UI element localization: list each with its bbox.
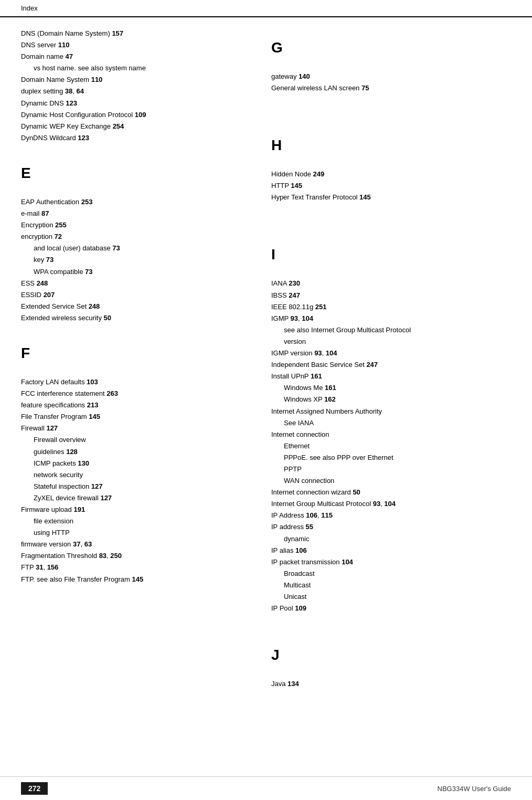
section-j-entries: Java 134 — [271, 678, 511, 690]
list-item: Factory LAN defaults 103 — [21, 376, 250, 388]
list-item: Internet Group Multicast Protocol 93, 10… — [271, 498, 511, 510]
list-item: FTP 31, 156 — [21, 562, 250, 573]
list-item: Unicast — [271, 591, 511, 603]
list-item: Dynamic Host Configuration Protocol 109 — [21, 109, 250, 121]
list-item: feature specifications 213 — [21, 399, 250, 411]
list-item: ZyXEL device firewall 127 — [21, 492, 250, 504]
page-number: 272 — [21, 782, 48, 795]
list-item: Stateful inspection 127 — [21, 481, 250, 492]
list-item: duplex setting 38, 64 — [21, 86, 250, 97]
list-item: See IANA — [271, 417, 511, 429]
list-item: Install UPnP 161 — [271, 371, 511, 382]
list-item: Domain Name System 110 — [21, 74, 250, 86]
page-footer: 272 NBG334W User's Guide — [0, 776, 532, 800]
list-item: General wireless LAN screen 75 — [271, 82, 511, 94]
list-item: network security — [21, 469, 250, 481]
left-column: DNS (Domain Name System) 157 DNS server … — [21, 28, 266, 690]
list-item: Firmware upload 191 — [21, 504, 250, 515]
list-item: IP packet transmission 104 — [271, 556, 511, 568]
content-area: DNS (Domain Name System) 157 DNS server … — [0, 17, 532, 721]
list-item: Dynamic WEP Key Exchange 254 — [21, 121, 250, 132]
list-item: firmware version 37, 63 — [21, 539, 250, 550]
list-item: IP Pool 109 — [271, 603, 511, 614]
list-item: Dynamic DNS 123 — [21, 98, 250, 109]
list-item: Broadcast — [271, 568, 511, 580]
section-e-letter: E — [21, 166, 250, 181]
list-item: IP Address 106, 115 — [271, 510, 511, 521]
list-item: guidelines 128 — [21, 446, 250, 458]
list-item: FCC interference statement 263 — [21, 388, 250, 399]
list-item: PPTP — [271, 464, 511, 475]
guide-name: NBG334W User's Guide — [438, 785, 511, 793]
list-item: WPA compatible 73 — [21, 266, 250, 278]
list-item: FTP. see also File Transfer Program 145 — [21, 574, 250, 585]
list-item: HTTP 145 — [271, 180, 511, 192]
list-item: and local (user) database 73 — [21, 243, 250, 254]
list-item: Internet connection wizard 50 — [271, 487, 511, 498]
list-item: Hidden Node 249 — [271, 169, 511, 180]
list-item: Hyper Text Transfer Protocol 145 — [271, 192, 511, 203]
list-item: File Transfer Program 145 — [21, 411, 250, 423]
list-item: DynDNS Wildcard 123 — [21, 132, 250, 144]
list-item: WAN connection — [271, 475, 511, 487]
list-item: PPPoE. see also PPP over Ethernet — [271, 452, 511, 464]
section-h-entries: Hidden Node 249 HTTP 145 Hyper Text Tran… — [271, 169, 511, 203]
list-item: IGMP version 93, 104 — [271, 348, 511, 359]
list-item: Multicast — [271, 580, 511, 591]
section-h-letter: H — [271, 138, 511, 153]
list-item: Domain name 47 — [21, 51, 250, 62]
section-j-letter: J — [271, 648, 511, 662]
list-item: Internet Assigned Numbers Authority — [271, 406, 511, 417]
list-item: Ethernet — [271, 440, 511, 452]
list-item: using HTTP — [21, 527, 250, 539]
list-item: Extended wireless security 50 — [21, 312, 250, 324]
right-column: G gateway 140 General wireless LAN scree… — [266, 28, 511, 690]
list-item: key 73 — [21, 254, 250, 266]
list-item: Java 134 — [271, 678, 511, 690]
list-item: version — [271, 336, 511, 348]
section-f-entries: Factory LAN defaults 103 FCC interferenc… — [21, 376, 250, 585]
list-item: vs host name. see also system name — [21, 62, 250, 74]
list-item: see also Internet Group Multicast Protoc… — [271, 324, 511, 336]
list-item: Fragmentation Threshold 83, 250 — [21, 550, 250, 562]
list-item: DNS (Domain Name System) 157 — [21, 28, 250, 39]
list-item: ICMP packets 130 — [21, 458, 250, 469]
list-item: Encryption 255 — [21, 219, 250, 231]
list-item: file extension — [21, 515, 250, 527]
section-f-letter: F — [21, 346, 250, 361]
list-item: IEEE 802.11g 251 — [271, 301, 511, 313]
list-item: EAP Authentication 253 — [21, 196, 250, 208]
list-item: Firewall overview — [21, 434, 250, 446]
section-g-letter: G — [271, 40, 511, 55]
list-item: e-mail 87 — [21, 208, 250, 219]
page-header: Index — [0, 0, 532, 17]
list-item: ESSID 207 — [21, 289, 250, 301]
list-item: Firewall 127 — [21, 423, 250, 434]
list-item: Windows Me 161 — [271, 382, 511, 394]
list-item: Independent Basic Service Set 247 — [271, 359, 511, 371]
list-item: IBSS 247 — [271, 290, 511, 301]
list-item: DNS server 110 — [21, 39, 250, 51]
section-e-entries: EAP Authentication 253 e-mail 87 Encrypt… — [21, 196, 250, 324]
header-title: Index — [21, 4, 38, 12]
list-item: Windows XP 162 — [271, 394, 511, 405]
list-item: Internet connection — [271, 429, 511, 440]
list-item: dynamic — [271, 533, 511, 545]
list-item: IGMP 93, 104 — [271, 313, 511, 324]
section-d-entries: DNS (Domain Name System) 157 DNS server … — [21, 28, 250, 144]
list-item: encryption 72 — [21, 231, 250, 243]
list-item: IANA 230 — [271, 278, 511, 289]
section-i-entries: IANA 230 IBSS 247 IEEE 802.11g 251 IGMP … — [271, 278, 511, 614]
list-item: ESS 248 — [21, 278, 250, 289]
list-item: Extended Service Set 248 — [21, 301, 250, 312]
list-item: gateway 140 — [271, 71, 511, 82]
list-item: IP address 55 — [271, 521, 511, 533]
section-i-letter: I — [271, 247, 511, 262]
section-g-entries: gateway 140 General wireless LAN screen … — [271, 71, 511, 94]
list-item: IP alias 106 — [271, 545, 511, 556]
